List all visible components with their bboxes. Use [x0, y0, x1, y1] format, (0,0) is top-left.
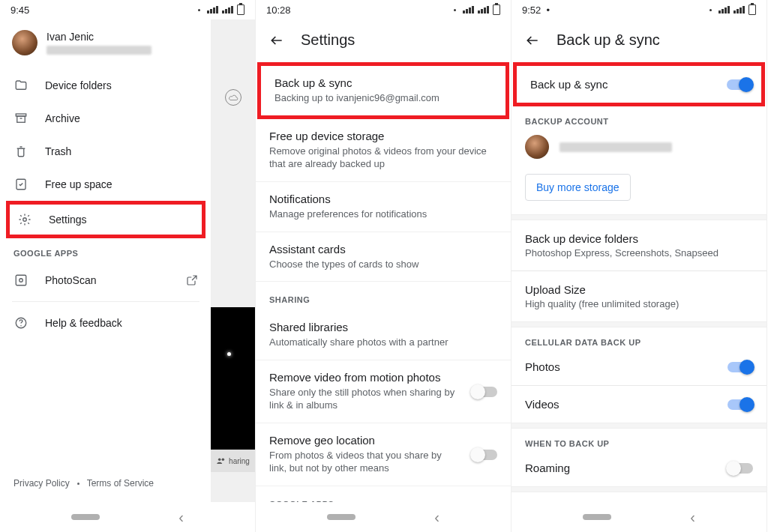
setting-remove-video-motion[interactable]: Remove video from motion photos Share on… — [256, 360, 511, 423]
drawer-item-label: Archive — [45, 112, 80, 124]
star-dot — [227, 352, 231, 356]
toggle-remove-video[interactable] — [472, 387, 497, 397]
status-right — [710, 4, 756, 15]
setting-backup-device-folders[interactable]: Back up device folders Photoshop Express… — [512, 220, 766, 270]
back-chevron-icon[interactable]: ‹ — [178, 509, 184, 526]
setting-subtitle: Share only the still photos when sharing… — [269, 387, 497, 412]
divider — [12, 301, 200, 302]
setting-assistant-cards[interactable]: Assistant cards Choose the types of card… — [256, 232, 511, 282]
setting-backup-sync-help[interactable]: Back up & sync help — [512, 492, 766, 502]
drawer-item-label: Settings — [49, 214, 87, 226]
setting-roaming[interactable]: Roaming — [512, 450, 766, 486]
toggle-cellular-photos[interactable] — [728, 362, 753, 372]
toggle-remove-geo[interactable] — [472, 450, 497, 460]
profile-name: Ivan Jenic — [46, 31, 152, 43]
backup-list[interactable]: Back up & sync BACKUP ACCOUNT Buy more s… — [512, 62, 766, 502]
status-dot-icon — [454, 9, 456, 11]
cloud-icon — [225, 89, 242, 106]
terms-link[interactable]: Terms of Service — [87, 478, 154, 489]
phone-screen-2: 10:28 Settings Back up & sync Backing up… — [256, 0, 512, 532]
system-nav-bar: ‹ — [256, 502, 511, 532]
setting-free-storage[interactable]: Free up device storage Remove original p… — [256, 119, 511, 182]
photo-thumbnail[interactable] — [211, 307, 255, 450]
setting-title: Upload Size — [525, 283, 679, 296]
setting-cellular-videos[interactable]: Videos — [512, 386, 766, 423]
page-title: Back up & sync — [556, 31, 660, 49]
back-chevron-icon[interactable]: ‹ — [690, 509, 695, 526]
setting-remove-geo[interactable]: Remove geo location From photos & videos… — [256, 423, 511, 486]
profile-text: Ivan Jenic — [46, 31, 152, 55]
setting-title: Roaming — [525, 462, 570, 474]
status-right — [454, 4, 500, 15]
signal-icon-2 — [478, 6, 489, 13]
drawer-item-device-folders[interactable]: Device folders — [0, 69, 212, 102]
status-right — [198, 4, 244, 15]
people-icon — [216, 457, 226, 465]
signal-icon-2 — [734, 6, 745, 13]
setting-upload-size[interactable]: Upload Size High quality (free unlimited… — [512, 271, 766, 321]
section-divider — [512, 486, 766, 492]
svg-point-10 — [20, 325, 22, 327]
account-email-blurred — [560, 142, 672, 152]
setting-subtitle: Photoshop Express, Screenshots, Snapseed — [525, 247, 718, 259]
cloud-backup-indicator[interactable] — [211, 75, 255, 120]
drawer-item-trash[interactable]: Trash — [0, 135, 212, 168]
app-bar: Settings — [256, 19, 511, 62]
section-divider — [512, 321, 766, 327]
category-sharing: SHARING — [256, 282, 511, 310]
category-google-apps: GOOGLE APPS — [256, 486, 511, 502]
buy-more-storage-button[interactable]: Buy more storage — [525, 174, 631, 201]
drawer-item-photoscan[interactable]: PhotoScan — [0, 264, 212, 297]
setting-notifications[interactable]: Notifications Manage preferences for not… — [256, 182, 511, 232]
avatar — [12, 30, 38, 55]
setting-title: Shared libraries — [269, 321, 497, 333]
svg-rect-7 — [16, 275, 26, 285]
drawer-item-settings[interactable]: Settings — [6, 201, 206, 238]
drawer-item-label: Help & feedback — [45, 317, 122, 329]
battery-icon — [237, 4, 244, 15]
toggle-cellular-videos[interactable] — [728, 399, 753, 410]
drawer-item-help[interactable]: Help & feedback — [0, 306, 212, 339]
system-nav-bar: ‹ — [512, 502, 766, 532]
battery-icon — [493, 4, 500, 15]
home-pill[interactable] — [327, 514, 356, 520]
setting-subtitle: Remove original photos & videos from you… — [269, 145, 497, 171]
app-bar: Back up & sync — [512, 19, 766, 62]
privacy-link[interactable]: Privacy Policy — [14, 478, 70, 489]
setting-subtitle: From photos & videos that you share by l… — [269, 450, 497, 475]
settings-list[interactable]: Back up & sync Backing up to ivanjenic96… — [256, 62, 511, 502]
toggle-backup-sync[interactable] — [727, 79, 752, 90]
setting-subtitle: Choose the types of cards to show — [269, 259, 497, 271]
setting-title: Remove video from motion photos — [269, 371, 497, 384]
photoscan-icon — [14, 273, 28, 288]
drawer-item-label: Device folders — [45, 79, 112, 91]
home-pill[interactable] — [71, 514, 100, 520]
profile-header[interactable]: Ivan Jenic — [0, 19, 212, 69]
setting-backup-sync-toggle[interactable]: Back up & sync — [517, 66, 761, 103]
setting-title: Videos — [525, 398, 560, 411]
setting-subtitle: Automatically share photos with a partne… — [269, 336, 497, 349]
category-cellular: CELLULAR DATA BACK UP — [512, 327, 766, 348]
category-when-backup: WHEN TO BACK UP — [512, 429, 766, 450]
section-divider — [512, 423, 766, 429]
setting-backup-sync[interactable]: Back up & sync Backing up to ivanjenic96… — [257, 62, 509, 119]
battery-icon — [748, 4, 756, 15]
drawer-item-archive[interactable]: Archive — [0, 102, 212, 135]
signal-icon — [718, 6, 730, 13]
sharing-partial-tab[interactable]: haring — [211, 450, 255, 472]
home-pill[interactable] — [583, 514, 611, 520]
back-chevron-icon[interactable]: ‹ — [434, 509, 440, 526]
setting-title: Notifications — [269, 193, 497, 205]
phone-screen-3: 9:52 • Back up & sync Back up & sync BAC… — [512, 0, 767, 532]
setting-shared-libraries[interactable]: Shared libraries Automatically share pho… — [256, 310, 511, 360]
back-arrow-icon[interactable] — [269, 33, 284, 48]
toggle-roaming[interactable] — [728, 463, 753, 474]
back-arrow-icon[interactable] — [525, 33, 540, 48]
drawer-item-free-up-space[interactable]: Free up space — [0, 168, 212, 201]
setting-cellular-photos[interactable]: Photos — [512, 348, 766, 385]
status-time: 9:45 — [10, 4, 29, 16]
highlighted-toggle-row: Back up & sync — [513, 62, 765, 106]
backup-account-row[interactable] — [512, 127, 766, 171]
section-divider — [512, 214, 766, 220]
svg-rect-3 — [17, 116, 26, 122]
